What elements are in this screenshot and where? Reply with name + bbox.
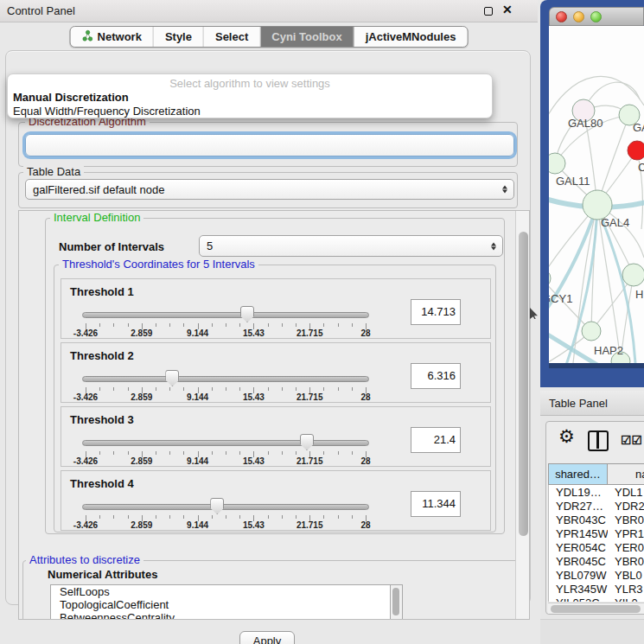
tab-style[interactable]: Style <box>154 27 204 47</box>
threshold-slider-thumb[interactable] <box>165 370 179 386</box>
network-node[interactable] <box>622 264 644 286</box>
slider-tick <box>338 323 339 327</box>
column-header-name[interactable]: na <box>608 464 644 484</box>
table-row[interactable]: YBR043CYBR0 <box>549 513 644 526</box>
table-row[interactable]: YBR045CYBR0 <box>549 554 644 568</box>
network-canvas[interactable]: GAL80GACGAL11GAL4GCY1HHAP2 <box>549 26 644 363</box>
attribute-list-item[interactable]: BetweennessCentrality <box>51 611 390 620</box>
table-row[interactable]: YIL052CYIL0 <box>549 596 644 602</box>
slider-tick-label: 9.144 <box>187 456 208 466</box>
cell-name: YBR0 <box>608 554 644 568</box>
tab-label: Cyni Toolbox <box>271 30 341 43</box>
slider-tick-label: -3.426 <box>73 328 98 338</box>
columns-icon[interactable] <box>588 430 609 451</box>
slider-tick <box>239 515 240 519</box>
network-node[interactable] <box>582 322 601 341</box>
attribute-list-item[interactable]: TopologicalCoefficient <box>51 598 390 611</box>
slider-tick-label: 2.859 <box>131 456 152 466</box>
slider-tick-label: -3.426 <box>73 392 98 402</box>
network-node-label: GCY1 <box>549 292 572 305</box>
tab-label: Style <box>165 30 192 43</box>
slider-tick <box>169 515 170 519</box>
slider-tick-label: 21.715 <box>296 392 323 402</box>
attribute-list-item[interactable]: SelfLoops <box>51 585 390 598</box>
column-header-shared-name[interactable]: shared… <box>549 464 608 484</box>
slider-tick-label: 21.715 <box>296 520 323 530</box>
threshold-value-field[interactable]: 6.316 <box>411 363 461 389</box>
slider-tick <box>226 323 226 327</box>
threshold-slider-thumb[interactable] <box>210 498 224 514</box>
control-panel-titlebar: Control Panel ✕ <box>0 0 538 22</box>
network-node[interactable] <box>583 190 612 220</box>
table-row[interactable]: YLR345WYLR3 <box>549 582 644 596</box>
gear-icon[interactable]: ⚙ <box>558 426 575 447</box>
threshold-value-field[interactable]: 21.4 <box>411 427 461 453</box>
slider-tick-label: 9.144 <box>187 392 208 402</box>
threshold-value-field[interactable]: 11.344 <box>411 491 461 517</box>
slider-tick <box>268 451 269 455</box>
cell-name: YLR3 <box>608 582 644 596</box>
slider-tick <box>113 323 114 327</box>
number-of-intervals-select[interactable]: 5 <box>199 235 503 257</box>
slider-tick-label: 28 <box>360 328 370 338</box>
checkboxes-icon[interactable]: ☑☑ <box>621 433 642 447</box>
algorithm-option-equal-width-frequency[interactable]: Equal Width/Frequency Discretization <box>13 105 201 118</box>
algorithm-dropdown-popup: Select algorithm to view settings Manual… <box>7 73 493 118</box>
numerical-attributes-list[interactable]: SelfLoopsTopologicalCoefficientBetweenne… <box>50 584 391 620</box>
slider-tick <box>156 387 156 391</box>
tab-jactivemnodules[interactable]: jActiveMNodules <box>354 27 468 47</box>
network-node-label: HAP2 <box>594 344 623 357</box>
cell-shared-name: YLR345W <box>549 582 608 596</box>
network-node[interactable] <box>549 269 551 288</box>
network-node[interactable] <box>549 153 565 174</box>
table-row[interactable]: YDR27…YDR2 <box>549 499 644 513</box>
table-horizontal-scrollbar[interactable] <box>548 603 644 614</box>
settings-vertical-scrollbar[interactable] <box>515 211 530 620</box>
float-window-icon[interactable] <box>484 7 493 16</box>
attributes-list-scrollbar[interactable] <box>391 584 403 620</box>
slider-tick <box>352 323 353 327</box>
threshold-3-panel: Threshold 3-3.4262.8599.14415.4321.71528… <box>61 406 491 467</box>
algorithm-select[interactable] <box>25 134 514 156</box>
threshold-label: Threshold 1 <box>70 285 134 298</box>
mac-close-button[interactable] <box>556 11 567 22</box>
mac-zoom-button[interactable] <box>590 11 602 22</box>
network-window-titlebar[interactable] <box>549 7 644 26</box>
close-icon[interactable]: ✕ <box>502 3 513 16</box>
table-data-label: Table Data <box>23 166 84 177</box>
slider-tick <box>156 323 156 327</box>
table-row[interactable]: YDL19…YDL1 <box>549 485 644 499</box>
table-data-select[interactable]: galFiltered.sif default node <box>25 179 514 200</box>
threshold-slider-track[interactable] <box>82 440 369 446</box>
slider-tick <box>239 323 240 327</box>
slider-tick <box>128 387 129 391</box>
threshold-slider-thumb[interactable] <box>300 434 314 450</box>
table-panel-body: ⚙ ☑☑ shared… na YDL19…YDL1YDR27…YDR2YBR0… <box>545 421 644 615</box>
cell-shared-name: YIL052C <box>549 596 608 602</box>
algorithm-option-manual-discretization[interactable]: Manual Discretization <box>13 91 129 104</box>
table-row[interactable]: YPR145WYPR1 <box>549 526 644 540</box>
slider-tick-label: 28 <box>360 520 370 530</box>
tab-cyni-toolbox[interactable]: Cyni Toolbox <box>260 27 354 47</box>
threshold-slider-track[interactable] <box>82 376 369 382</box>
table-row[interactable]: YBL079WYBL0 <box>549 568 644 582</box>
threshold-slider-track[interactable] <box>82 504 369 510</box>
threshold-slider-track[interactable] <box>82 312 369 318</box>
threshold-slider-thumb[interactable] <box>240 306 254 322</box>
table-row[interactable]: YER054CYER0 <box>549 540 644 554</box>
slider-tick <box>296 515 296 519</box>
slider-tick <box>183 515 184 519</box>
tab-network[interactable]: Network <box>71 27 154 47</box>
slider-tick <box>99 515 100 519</box>
network-node[interactable] <box>628 141 644 160</box>
slider-tick-label: 15.43 <box>243 328 265 338</box>
apply-button[interactable]: Apply <box>239 631 295 644</box>
cell-shared-name: YDL19… <box>549 485 608 499</box>
threshold-value-field[interactable]: 14.713 <box>411 299 461 325</box>
mac-minimize-button[interactable] <box>573 11 584 22</box>
table-panel-title: Table Panel <box>549 397 608 410</box>
slider-tick <box>113 515 114 519</box>
network-node-label: C <box>638 161 644 174</box>
tab-select[interactable]: Select <box>204 27 260 47</box>
slider-tick-label: 28 <box>360 392 370 402</box>
